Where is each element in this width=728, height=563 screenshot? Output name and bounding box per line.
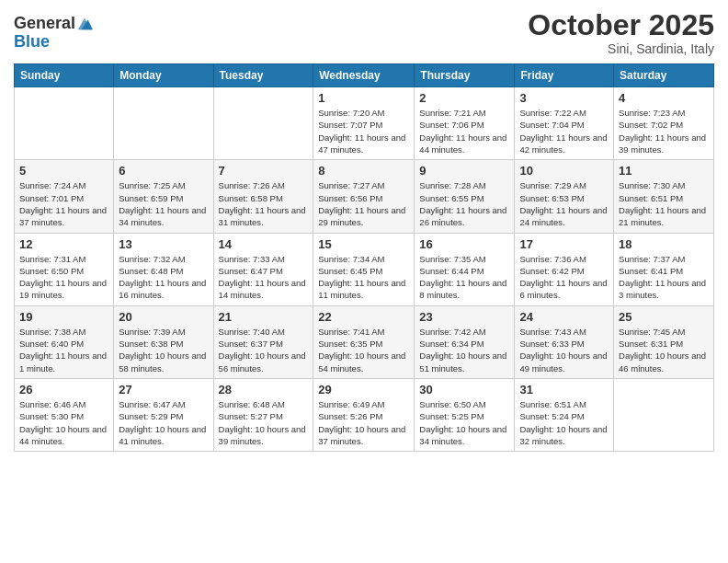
day-number: 30 [419, 383, 509, 396]
day-number: 18 [619, 237, 709, 251]
calendar-cell: 5Sunrise: 7:24 AM Sunset: 7:01 PM Daylig… [15, 160, 114, 233]
title-block: October 2025 Sini, Sardinia, Italy [528, 9, 714, 56]
day-info: Sunrise: 7:35 AM Sunset: 6:44 PM Dayligh… [419, 253, 509, 302]
day-number: 27 [119, 383, 208, 396]
calendar-col-header: Wednesday [313, 64, 415, 87]
calendar-cell: 15Sunrise: 7:34 AM Sunset: 6:45 PM Dayli… [313, 233, 415, 305]
calendar-cell [213, 87, 313, 160]
calendar-table: SundayMondayTuesdayWednesdayThursdayFrid… [14, 63, 714, 452]
day-number: 13 [119, 237, 208, 251]
calendar-week-row: 26Sunrise: 6:46 AM Sunset: 5:30 PM Dayli… [15, 378, 714, 451]
calendar-cell: 3Sunrise: 7:22 AM Sunset: 7:04 PM Daylig… [515, 87, 614, 160]
calendar-cell [614, 378, 714, 451]
calendar-cell: 20Sunrise: 7:39 AM Sunset: 6:38 PM Dayli… [114, 305, 213, 378]
calendar-cell: 2Sunrise: 7:21 AM Sunset: 7:06 PM Daylig… [415, 87, 515, 160]
day-info: Sunrise: 7:38 AM Sunset: 6:40 PM Dayligh… [19, 326, 108, 374]
day-number: 2 [419, 91, 509, 105]
subtitle: Sini, Sardinia, Italy [528, 41, 714, 56]
day-number: 5 [19, 164, 108, 178]
day-number: 26 [19, 383, 108, 396]
day-number: 11 [619, 164, 709, 178]
calendar-cell: 8Sunrise: 7:27 AM Sunset: 6:56 PM Daylig… [313, 160, 415, 233]
day-info: Sunrise: 7:20 AM Sunset: 7:07 PM Dayligh… [318, 107, 409, 155]
calendar-cell: 18Sunrise: 7:37 AM Sunset: 6:41 PM Dayli… [614, 233, 714, 305]
day-info: Sunrise: 7:42 AM Sunset: 6:34 PM Dayligh… [419, 326, 509, 374]
day-info: Sunrise: 7:24 AM Sunset: 7:01 PM Dayligh… [19, 179, 108, 228]
calendar-cell: 16Sunrise: 7:35 AM Sunset: 6:44 PM Dayli… [415, 233, 515, 305]
calendar-cell: 17Sunrise: 7:36 AM Sunset: 6:42 PM Dayli… [515, 233, 614, 305]
day-info: Sunrise: 7:45 AM Sunset: 6:31 PM Dayligh… [619, 326, 709, 374]
day-number: 1 [318, 91, 409, 105]
day-number: 28 [219, 383, 309, 396]
calendar-col-header: Saturday [614, 64, 714, 87]
day-info: Sunrise: 6:46 AM Sunset: 5:30 PM Dayligh… [19, 398, 108, 447]
calendar-cell: 10Sunrise: 7:29 AM Sunset: 6:53 PM Dayli… [515, 160, 614, 233]
day-info: Sunrise: 7:41 AM Sunset: 6:35 PM Dayligh… [318, 326, 409, 374]
day-number: 8 [318, 164, 409, 178]
calendar-cell: 9Sunrise: 7:28 AM Sunset: 6:55 PM Daylig… [415, 160, 515, 233]
day-info: Sunrise: 7:40 AM Sunset: 6:37 PM Dayligh… [219, 326, 309, 374]
calendar-cell: 21Sunrise: 7:40 AM Sunset: 6:37 PM Dayli… [213, 305, 313, 378]
day-number: 22 [318, 310, 409, 324]
calendar-col-header: Tuesday [213, 64, 313, 87]
calendar-cell: 7Sunrise: 7:26 AM Sunset: 6:58 PM Daylig… [213, 160, 313, 233]
day-number: 20 [119, 310, 208, 324]
day-number: 16 [419, 237, 509, 251]
day-info: Sunrise: 7:29 AM Sunset: 6:53 PM Dayligh… [519, 179, 609, 228]
day-info: Sunrise: 6:47 AM Sunset: 5:29 PM Dayligh… [119, 398, 208, 447]
calendar-cell: 29Sunrise: 6:49 AM Sunset: 5:26 PM Dayli… [313, 378, 415, 451]
day-number: 23 [419, 310, 509, 324]
calendar-cell: 23Sunrise: 7:42 AM Sunset: 6:34 PM Dayli… [415, 305, 515, 378]
day-info: Sunrise: 7:21 AM Sunset: 7:06 PM Dayligh… [419, 107, 509, 155]
calendar-week-row: 12Sunrise: 7:31 AM Sunset: 6:50 PM Dayli… [15, 233, 714, 305]
day-info: Sunrise: 6:50 AM Sunset: 5:25 PM Dayligh… [419, 398, 509, 447]
calendar-cell: 11Sunrise: 7:30 AM Sunset: 6:51 PM Dayli… [614, 160, 714, 233]
day-number: 7 [219, 164, 309, 178]
calendar-cell: 25Sunrise: 7:45 AM Sunset: 6:31 PM Dayli… [614, 305, 714, 378]
calendar-cell: 12Sunrise: 7:31 AM Sunset: 6:50 PM Dayli… [15, 233, 114, 305]
day-number: 10 [519, 164, 609, 178]
logo-general: General [14, 15, 75, 33]
day-info: Sunrise: 7:23 AM Sunset: 7:02 PM Dayligh… [619, 107, 709, 155]
header: General Blue October 2025 Sini, Sardinia… [14, 9, 714, 56]
calendar-cell [114, 87, 213, 160]
calendar-header-row: SundayMondayTuesdayWednesdayThursdayFrid… [15, 64, 714, 87]
day-number: 6 [119, 164, 208, 178]
day-info: Sunrise: 7:26 AM Sunset: 6:58 PM Dayligh… [219, 179, 309, 228]
day-info: Sunrise: 7:43 AM Sunset: 6:33 PM Dayligh… [519, 326, 609, 374]
calendar-col-header: Sunday [15, 64, 114, 87]
day-number: 29 [318, 383, 409, 396]
day-info: Sunrise: 7:22 AM Sunset: 7:04 PM Dayligh… [519, 107, 609, 155]
day-info: Sunrise: 7:34 AM Sunset: 6:45 PM Dayligh… [318, 253, 409, 302]
calendar-cell: 22Sunrise: 7:41 AM Sunset: 6:35 PM Dayli… [313, 305, 415, 378]
day-number: 4 [619, 91, 709, 105]
day-info: Sunrise: 6:48 AM Sunset: 5:27 PM Dayligh… [219, 398, 309, 447]
calendar-cell: 6Sunrise: 7:25 AM Sunset: 6:59 PM Daylig… [114, 160, 213, 233]
day-number: 31 [519, 383, 609, 396]
calendar-cell: 4Sunrise: 7:23 AM Sunset: 7:02 PM Daylig… [614, 87, 714, 160]
calendar-col-header: Friday [515, 64, 614, 87]
day-info: Sunrise: 7:25 AM Sunset: 6:59 PM Dayligh… [119, 179, 208, 228]
logo-icon [76, 16, 93, 32]
day-info: Sunrise: 7:28 AM Sunset: 6:55 PM Dayligh… [419, 179, 509, 228]
calendar-week-row: 5Sunrise: 7:24 AM Sunset: 7:01 PM Daylig… [15, 160, 714, 233]
day-info: Sunrise: 7:27 AM Sunset: 6:56 PM Dayligh… [318, 179, 409, 228]
logo: General Blue [14, 15, 93, 52]
day-number: 12 [19, 237, 108, 251]
calendar-cell: 24Sunrise: 7:43 AM Sunset: 6:33 PM Dayli… [515, 305, 614, 378]
day-number: 3 [519, 91, 609, 105]
calendar-col-header: Thursday [415, 64, 515, 87]
day-number: 15 [318, 237, 409, 251]
calendar-cell: 1Sunrise: 7:20 AM Sunset: 7:07 PM Daylig… [313, 87, 415, 160]
day-info: Sunrise: 7:30 AM Sunset: 6:51 PM Dayligh… [619, 179, 709, 228]
calendar-cell: 14Sunrise: 7:33 AM Sunset: 6:47 PM Dayli… [213, 233, 313, 305]
calendar-cell: 13Sunrise: 7:32 AM Sunset: 6:48 PM Dayli… [114, 233, 213, 305]
day-info: Sunrise: 7:36 AM Sunset: 6:42 PM Dayligh… [519, 253, 609, 302]
day-number: 19 [19, 310, 108, 324]
calendar-cell: 31Sunrise: 6:51 AM Sunset: 5:24 PM Dayli… [515, 378, 614, 451]
calendar-cell: 27Sunrise: 6:47 AM Sunset: 5:29 PM Dayli… [114, 378, 213, 451]
day-number: 14 [219, 237, 309, 251]
calendar-cell: 19Sunrise: 7:38 AM Sunset: 6:40 PM Dayli… [15, 305, 114, 378]
calendar-week-row: 1Sunrise: 7:20 AM Sunset: 7:07 PM Daylig… [15, 87, 714, 160]
month-title: October 2025 [528, 9, 714, 41]
